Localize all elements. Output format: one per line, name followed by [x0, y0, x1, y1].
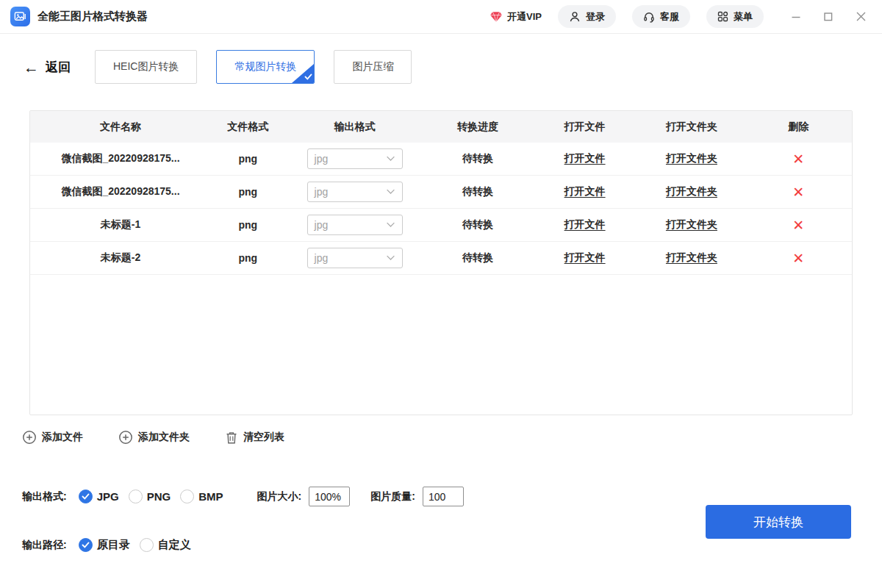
add-folder-button[interactable]: 添加文件夹: [118, 430, 190, 445]
app-logo-icon: [10, 7, 30, 26]
path-radio-group: 原目录 自定义: [79, 538, 191, 552]
clear-list-button[interactable]: 清空列表: [225, 431, 284, 445]
minimize-button[interactable]: [789, 10, 803, 24]
output-format-select[interactable]: jpg: [307, 182, 403, 202]
radio-circle: [180, 490, 194, 503]
radio-option[interactable]: JPG: [79, 490, 119, 503]
open-folder-link[interactable]: 打开文件夹: [666, 152, 717, 165]
window-controls: [789, 9, 869, 24]
file-name: 未标题-2: [30, 251, 211, 265]
clear-list-label: 清空列表: [243, 431, 284, 444]
titlebar-left: 全能王图片格式转换器: [0, 7, 148, 26]
open-file-link[interactable]: 打开文件: [564, 218, 606, 232]
open-folder-link[interactable]: 打开文件夹: [666, 251, 717, 265]
output-format-select[interactable]: jpg: [307, 248, 403, 268]
close-button[interactable]: [853, 9, 869, 24]
menu-button[interactable]: 菜单: [706, 5, 764, 28]
radio-option[interactable]: 原目录: [79, 538, 130, 552]
titlebar-right: 开通VIP 登录: [490, 5, 882, 28]
radio-check-icon: [82, 493, 90, 500]
back-arrow-icon: ←: [24, 60, 39, 75]
app-window: 全能王图片格式转换器 开通VIP 登录: [0, 0, 882, 588]
image-quality-input[interactable]: [423, 487, 464, 506]
file-format: png: [211, 153, 285, 165]
table-row: 微信截图_20220928175... png jpg 待转换 打开文件 打开文…: [30, 176, 852, 209]
table-actions: 添加文件 添加文件夹 清空列表: [22, 430, 284, 445]
table-body: 微信截图_20220928175... png jpg 待转换 打开文件 打开文…: [30, 143, 852, 275]
headset-icon: [643, 11, 655, 23]
delete-icon[interactable]: ✕: [792, 251, 804, 265]
column-header: 转换进度: [425, 121, 531, 134]
output-path-label: 输出路径:: [22, 539, 67, 552]
output-format-select[interactable]: jpg: [307, 148, 403, 169]
radio-circle: [79, 490, 93, 503]
output-format-select[interactable]: jpg: [307, 215, 403, 235]
output-format-value: jpg: [315, 153, 329, 165]
open-file-link[interactable]: 打开文件: [564, 152, 606, 165]
radio-option[interactable]: 自定义: [140, 538, 191, 552]
radio-circle: [79, 538, 93, 552]
radio-circle: [129, 490, 143, 503]
tab-1[interactable]: 常规图片转换: [216, 50, 315, 84]
file-name: 微信截图_20220928175...: [30, 152, 211, 165]
login-label: 登录: [586, 10, 605, 24]
add-file-label: 添加文件: [42, 431, 83, 444]
login-button[interactable]: 登录: [558, 5, 616, 28]
conversion-status: 待转换: [425, 152, 531, 165]
table-row: 微信截图_20220928175... png jpg 待转换 打开文件 打开文…: [30, 143, 852, 176]
file-table: 文件名称文件格式输出格式转换进度打开文件打开文件夹删除 微信截图_2022092…: [29, 110, 853, 415]
table-row: 未标题-2 png jpg 待转换 打开文件 打开文件夹 ✕: [30, 242, 852, 275]
column-header: 打开文件: [531, 121, 638, 134]
delete-icon[interactable]: ✕: [792, 185, 804, 199]
start-convert-button[interactable]: 开始转换: [706, 505, 851, 539]
open-folder-link[interactable]: 打开文件夹: [666, 185, 717, 198]
open-file-link[interactable]: 打开文件: [564, 185, 606, 198]
column-header: 文件名称: [30, 121, 211, 134]
radio-label: 自定义: [158, 538, 191, 552]
output-format-settings: 输出格式: JPG PNG BMP 图片大小: 图片质量:: [22, 487, 464, 506]
add-folder-label: 添加文件夹: [138, 431, 190, 444]
chevron-down-icon: [386, 255, 395, 261]
output-format-value: jpg: [315, 186, 329, 198]
tab-2[interactable]: 图片压缩: [334, 50, 412, 84]
radio-label: 原目录: [97, 538, 130, 552]
app-title: 全能王图片格式转换器: [37, 10, 148, 24]
file-format: png: [211, 252, 285, 264]
chevron-down-icon: [386, 189, 395, 195]
tab-label: 图片压缩: [352, 60, 393, 74]
radio-option[interactable]: PNG: [129, 490, 171, 503]
chevron-down-icon: [386, 222, 395, 228]
file-name: 未标题-1: [30, 218, 211, 232]
column-header: 打开文件夹: [638, 121, 745, 134]
menu-label: 菜单: [734, 10, 753, 24]
delete-icon[interactable]: ✕: [792, 218, 804, 232]
back-button[interactable]: ← 返回: [24, 59, 71, 76]
conversion-status: 待转换: [425, 185, 531, 198]
image-quality-label: 图片质量:: [370, 490, 415, 503]
tab-label: HEIC图片转换: [113, 60, 179, 74]
tab-bar: HEIC图片转换 常规图片转换 图片压缩: [95, 50, 412, 84]
column-header: 删除: [745, 121, 852, 134]
circle-plus-icon: [22, 430, 37, 445]
output-format-value: jpg: [315, 219, 329, 231]
output-format-value: jpg: [315, 252, 329, 264]
open-file-link[interactable]: 打开文件: [564, 251, 606, 265]
radio-label: JPG: [97, 490, 119, 503]
column-header: 文件格式: [211, 121, 285, 134]
open-folder-link[interactable]: 打开文件夹: [666, 218, 717, 232]
delete-icon[interactable]: ✕: [792, 152, 804, 166]
file-format: png: [211, 186, 285, 198]
tab-0[interactable]: HEIC图片转换: [95, 50, 197, 84]
circle-plus-icon: [118, 430, 133, 445]
image-size-input[interactable]: [309, 487, 350, 506]
format-radio-group: JPG PNG BMP: [79, 490, 223, 503]
vip-button[interactable]: 开通VIP: [490, 10, 542, 24]
add-file-button[interactable]: 添加文件: [22, 430, 83, 445]
chevron-down-icon: [386, 156, 395, 162]
radio-option[interactable]: BMP: [180, 490, 223, 503]
nav-row: ← 返回 HEIC图片转换 常规图片转换 图片压缩: [24, 50, 412, 84]
conversion-status: 待转换: [425, 251, 531, 265]
service-button[interactable]: 客服: [632, 5, 690, 28]
maximize-button[interactable]: [821, 10, 836, 24]
titlebar: 全能王图片格式转换器 开通VIP 登录: [0, 0, 882, 34]
